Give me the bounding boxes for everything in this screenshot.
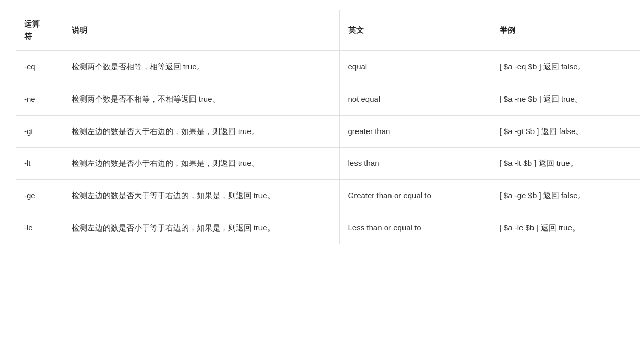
cell-example: [ $a -ne $b ] 返回 true。 <box>491 83 640 115</box>
operators-table: 运算 符 说明 英文 举例 -eq检测两个数是否相等，相等返回 true。equ… <box>16 10 640 244</box>
cell-description: 检测左边的数是否小于等于右边的，如果是，则返回 true。 <box>63 212 339 244</box>
table-row: -ne检测两个数是否不相等，不相等返回 true。not equal[ $a -… <box>16 83 640 115</box>
cell-example: [ $a -le $b ] 返回 true。 <box>491 212 640 244</box>
header-example: 举例 <box>491 10 640 51</box>
cell-description: 检测两个数是否相等，相等返回 true。 <box>63 51 339 83</box>
cell-english: less than <box>339 148 491 180</box>
table-header-row: 运算 符 说明 英文 举例 <box>16 10 640 51</box>
cell-description: 检测左边的数是否大于右边的，如果是，则返回 true。 <box>63 115 339 148</box>
cell-example: [ $a -lt $b ] 返回 true。 <box>491 148 640 180</box>
cell-operator: -ne <box>16 83 63 115</box>
cell-operator: -le <box>16 212 63 244</box>
cell-example: [ $a -gt $b ] 返回 false。 <box>491 115 640 148</box>
cell-example: [ $a -ge $b ] 返回 false。 <box>491 180 640 212</box>
cell-description: 检测左边的数是否小于右边的，如果是，则返回 true。 <box>63 148 339 180</box>
cell-description: 检测两个数是否不相等，不相等返回 true。 <box>63 83 339 115</box>
table-row: -le检测左边的数是否小于等于右边的，如果是，则返回 true。Less tha… <box>16 212 640 244</box>
cell-english: greater than <box>339 115 491 148</box>
cell-operator: -ge <box>16 180 63 212</box>
cell-description: 检测左边的数是否大于等于右边的，如果是，则返回 true。 <box>63 180 339 212</box>
cell-english: Less than or equal to <box>339 212 491 244</box>
header-english: 英文 <box>339 10 491 51</box>
header-operator: 运算 符 <box>16 10 63 51</box>
table-row: -lt检测左边的数是否小于右边的，如果是，则返回 true。less than[… <box>16 148 640 180</box>
table-container: 运算 符 说明 英文 举例 -eq检测两个数是否相等，相等返回 true。equ… <box>0 0 640 364</box>
cell-english: Greater than or equal to <box>339 180 491 212</box>
table-row: -gt检测左边的数是否大于右边的，如果是，则返回 true。greater th… <box>16 115 640 148</box>
header-description: 说明 <box>63 10 339 51</box>
table-row: -eq检测两个数是否相等，相等返回 true。equal[ $a -eq $b … <box>16 51 640 83</box>
cell-operator: -lt <box>16 148 63 180</box>
cell-english: equal <box>339 51 491 83</box>
cell-example: [ $a -eq $b ] 返回 false。 <box>491 51 640 83</box>
cell-operator: -eq <box>16 51 63 83</box>
cell-operator: -gt <box>16 115 63 148</box>
cell-english: not equal <box>339 83 491 115</box>
table-row: -ge检测左边的数是否大于等于右边的，如果是，则返回 true。Greater … <box>16 180 640 212</box>
